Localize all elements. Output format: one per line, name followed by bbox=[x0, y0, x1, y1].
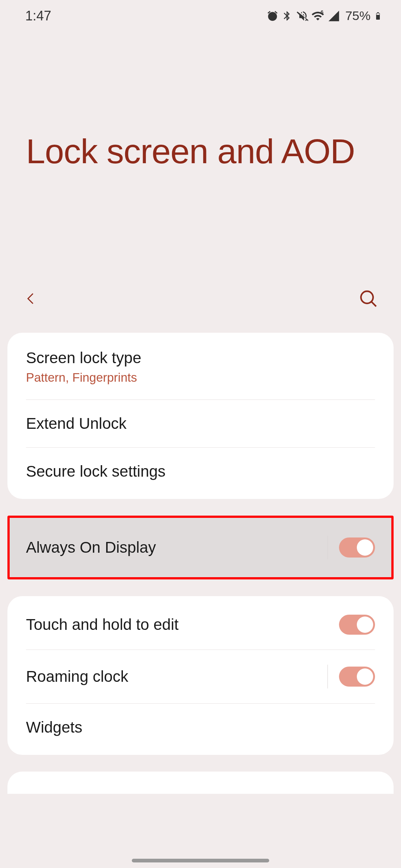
wifi-icon: 6 bbox=[311, 9, 325, 23]
page-title: Lock screen and AOD bbox=[0, 32, 401, 171]
roaming-clock-toggle[interactable] bbox=[339, 667, 375, 687]
touch-hold-edit-item[interactable]: Touch and hold to edit bbox=[7, 596, 394, 650]
navigation-handle[interactable] bbox=[0, 853, 401, 868]
row-subtitle: Pattern, Fingerprints bbox=[26, 371, 137, 385]
settings-group-1: Screen lock type Pattern, Fingerprints E… bbox=[7, 333, 394, 499]
status-bar: 1:47 6 75% bbox=[0, 0, 401, 32]
divider bbox=[327, 536, 328, 559]
battery-percent: 75% bbox=[345, 9, 371, 23]
back-button[interactable] bbox=[22, 286, 39, 313]
next-card-peek bbox=[7, 772, 394, 794]
status-time: 1:47 bbox=[25, 8, 51, 24]
chevron-left-icon bbox=[22, 286, 39, 312]
roaming-clock-item[interactable]: Roaming clock bbox=[7, 650, 394, 703]
mute-vibrate-icon bbox=[296, 10, 308, 22]
status-icons: 6 75% bbox=[267, 9, 382, 23]
row-title: Widgets bbox=[26, 719, 82, 736]
search-button[interactable] bbox=[358, 288, 379, 310]
svg-text:6: 6 bbox=[320, 9, 323, 15]
row-title: Secure lock settings bbox=[26, 463, 166, 480]
svg-rect-1 bbox=[376, 13, 379, 15]
row-title: Extend Unlock bbox=[26, 415, 127, 433]
touch-hold-toggle[interactable] bbox=[339, 615, 375, 635]
settings-group-3: Touch and hold to edit Roaming clock Wid… bbox=[7, 596, 394, 755]
secure-lock-settings-item[interactable]: Secure lock settings bbox=[7, 448, 394, 499]
svg-point-2 bbox=[361, 291, 373, 303]
battery-icon bbox=[374, 9, 382, 23]
row-title: Roaming clock bbox=[26, 668, 327, 685]
row-title: Touch and hold to edit bbox=[26, 616, 339, 634]
row-title: Screen lock type bbox=[26, 349, 141, 367]
svg-line-3 bbox=[372, 302, 376, 306]
search-icon bbox=[358, 288, 379, 309]
widgets-item[interactable]: Widgets bbox=[7, 704, 394, 755]
aod-toggle[interactable] bbox=[339, 537, 375, 558]
row-title: Always On Display bbox=[26, 539, 327, 556]
settings-content: Screen lock type Pattern, Fingerprints E… bbox=[0, 333, 401, 755]
divider bbox=[327, 665, 328, 688]
settings-group-2: Always On Display bbox=[7, 516, 394, 579]
screen-lock-type-item[interactable]: Screen lock type Pattern, Fingerprints bbox=[7, 333, 394, 400]
alarm-icon bbox=[267, 10, 278, 22]
bluetooth-icon bbox=[281, 10, 293, 22]
always-on-display-item[interactable]: Always On Display bbox=[10, 518, 391, 577]
toolbar bbox=[0, 281, 401, 318]
extend-unlock-item[interactable]: Extend Unlock bbox=[7, 400, 394, 447]
signal-icon bbox=[327, 10, 340, 22]
